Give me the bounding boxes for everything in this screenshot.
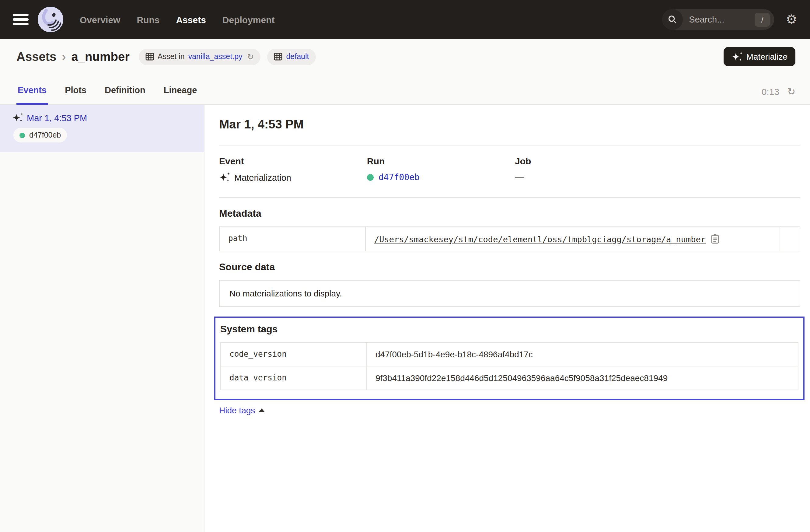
tab-definition[interactable]: Definition [103, 85, 147, 105]
sparkle-icon [732, 51, 742, 62]
copy-clipboard-icon[interactable] [711, 234, 719, 244]
metadata-row-end-cell [780, 227, 800, 251]
materialization-sparkle-icon [219, 172, 229, 182]
event-list-sidebar: Mar 1, 4:53 PM d47f00eb [0, 105, 205, 532]
caret-up-icon [259, 408, 265, 412]
metadata-heading: Metadata [219, 208, 800, 219]
hamburger-menu-icon[interactable] [13, 14, 29, 25]
breadcrumb-separator: › [62, 50, 66, 64]
system-tag-value: d47f00eb-5d1b-4e9e-b18c-4896af4bd17c [375, 350, 533, 359]
run-pill-label: d47f00eb [29, 131, 61, 140]
job-column: Job — [515, 156, 800, 182]
table-row: path /Users/smackesey/stm/code/elementl/… [220, 227, 800, 251]
event-column-label: Event [219, 156, 367, 166]
system-tag-row-end-cell [778, 367, 798, 390]
dagster-logo-icon[interactable] [38, 7, 63, 32]
system-tag-value: 9f3b411a390fd22e158d446d5d12504963596aa6… [375, 373, 668, 383]
page-title-asset-name: a_number [71, 50, 130, 64]
event-column: Event Materialization [219, 156, 367, 182]
run-status-dot [367, 174, 374, 180]
source-data-heading: Source data [219, 262, 800, 273]
metadata-key: path [220, 227, 366, 251]
nav-item-assets[interactable]: Assets [176, 14, 206, 25]
search-input[interactable] [688, 14, 746, 25]
top-nav: Overview Runs Assets Deployment / ⚙ [0, 0, 810, 39]
nav-item-runs[interactable]: Runs [136, 14, 159, 25]
event-summary-row: Event Materialization Run d47f00eb [219, 145, 800, 197]
dagster-app: Overview Runs Assets Deployment / ⚙ Asse… [0, 0, 810, 532]
asset-badge-prefix: Asset in [158, 52, 185, 61]
materialization-sparkle-icon [12, 113, 22, 123]
event-timestamp: Mar 1, 4:53 PM [27, 113, 87, 123]
run-id-link[interactable]: d47f00eb [378, 172, 420, 182]
metadata-path-link[interactable]: /Users/smackesey/stm/code/elementl/oss/t… [374, 234, 706, 244]
settings-gear-icon[interactable]: ⚙ [785, 13, 797, 26]
run-column: Run d47f00eb [367, 156, 515, 182]
run-column-label: Run [367, 156, 515, 166]
tab-lineage[interactable]: Lineage [162, 85, 198, 105]
materialize-button[interactable]: Materialize [724, 47, 795, 66]
run-status-dot [19, 132, 25, 138]
event-detail-panel: Mar 1, 4:53 PM Event Materialization Run [205, 105, 810, 532]
search-box[interactable]: / [662, 9, 774, 30]
hide-tags-label: Hide tags [219, 405, 255, 415]
repo-grid-icon [274, 52, 282, 61]
repo-badge-label: default [286, 52, 309, 61]
reload-definition-icon[interactable]: ↻ [247, 52, 254, 61]
job-value: — [515, 172, 800, 182]
tab-plots[interactable]: Plots [64, 85, 87, 105]
run-id-pill[interactable]: d47f00eb [13, 128, 67, 142]
system-tag-row-end-cell [778, 343, 798, 366]
materialize-button-label: Materialize [746, 52, 788, 62]
search-shortcut-key: / [755, 13, 770, 27]
repository-badge[interactable]: default [267, 48, 315, 65]
event-list-item[interactable]: Mar 1, 4:53 PM d47f00eb [0, 105, 204, 152]
system-tag-key: code_version [221, 343, 367, 366]
metadata-table: path /Users/smackesey/stm/code/elementl/… [219, 226, 800, 252]
tab-events[interactable]: Events [16, 85, 48, 105]
event-type-value: Materialization [234, 173, 291, 182]
asset-badge-file-link[interactable]: vanilla_asset.py [188, 52, 243, 61]
asset-definition-badge[interactable]: Asset in vanilla_asset.py ↻ [139, 48, 261, 65]
content-area: Mar 1, 4:53 PM d47f00eb Mar 1, 4:53 PM E… [0, 105, 810, 532]
refresh-icon[interactable]: ↻ [787, 86, 795, 104]
system-tags-table: code_version d47f00eb-5d1b-4e9e-b18c-489… [220, 342, 798, 390]
search-icon [662, 9, 683, 30]
refresh-countdown: 0:13 [762, 86, 779, 104]
system-tags-heading: System tags [220, 324, 798, 335]
system-tags-highlight-box: System tags code_version d47f00eb-5d1b-4… [214, 317, 805, 400]
nav-item-deployment[interactable]: Deployment [223, 14, 275, 25]
event-detail-title: Mar 1, 4:53 PM [219, 117, 800, 131]
primary-nav: Overview Runs Assets Deployment [80, 14, 275, 25]
nav-item-overview[interactable]: Overview [80, 14, 120, 25]
asset-tabs: Events Plots Definition Lineage 0:13 ↻ [0, 69, 810, 105]
table-row: data_version 9f3b411a390fd22e158d446d5d1… [221, 366, 798, 390]
breadcrumb-assets-link[interactable]: Assets [16, 50, 56, 64]
table-row: code_version d47f00eb-5d1b-4e9e-b18c-489… [221, 343, 798, 366]
system-tag-key: data_version [221, 367, 367, 390]
job-column-label: Job [515, 156, 800, 166]
page-header: Assets › a_number Asset in vanilla_asset… [0, 39, 810, 69]
source-data-empty-message: No materializations to display. [219, 280, 800, 307]
table-grid-icon [145, 52, 154, 61]
hide-tags-link[interactable]: Hide tags [219, 405, 265, 415]
